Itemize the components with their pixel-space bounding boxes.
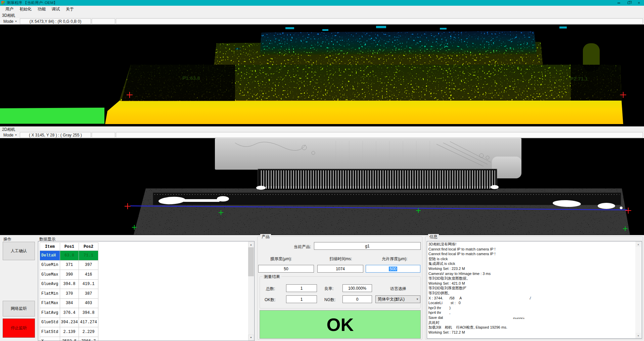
language-combobox[interactable]: 简体中文(默认) ▼ xyxy=(375,295,420,303)
title-bar: 测厚程序 【当前用户: OEM】 × xyxy=(0,0,644,6)
chevron-down-icon: ▼ xyxy=(416,298,419,301)
cell-pos1: 63.8 xyxy=(60,251,79,261)
network-listen-button[interactable]: 网络监听 xyxy=(3,301,35,317)
2d-pins xyxy=(260,170,495,188)
camera2d-mode-button[interactable]: Mode ▼ xyxy=(1,132,19,138)
total-label: 总数: xyxy=(266,286,275,292)
log-line: Working Set : 223.2 M xyxy=(428,266,635,271)
product-groupbox: 产品 当前产品: g1 膜厚度(μm): 扫描时间ms: 允许厚度(μm): 5… xyxy=(257,236,422,340)
cell-item: GlueMax xyxy=(40,270,60,280)
menu-item[interactable]: 初始化 xyxy=(16,6,35,13)
total-field[interactable]: 1 xyxy=(286,284,317,292)
table-row[interactable]: FlatStd 2.139 2.229 xyxy=(40,327,98,337)
camera3d-mode-button[interactable]: Mode ▼ xyxy=(1,18,19,24)
stop-listen-button[interactable]: 停止监听 xyxy=(3,319,35,338)
log-line: Working Set : 712.2 M xyxy=(428,330,635,335)
camera2d-view[interactable] xyxy=(0,138,644,235)
scroll-down-icon[interactable]: ▼ xyxy=(636,333,641,338)
camera2d-toolbar: Mode ▼ ( X 3145, Y 28 ) : ( Gray 255 ) xyxy=(0,131,644,138)
data-table: Item Pos1 Pos2 DeltaH 63.8 71.1 GlueMin … xyxy=(40,242,98,341)
table-row[interactable]: GlueAvg 394.8 419.1 xyxy=(40,279,98,289)
table-row[interactable]: X 2583.5 7966.7 xyxy=(40,337,98,341)
table-row[interactable]: GlueMax 390 416 xyxy=(40,270,98,280)
log-line: 共耗时 xyxy=(428,320,635,325)
ng-count-field[interactable]: 0 xyxy=(342,295,372,303)
results-groupbox: 测量结果 总数: 1 良率: 100.000% 语言选择 OK数: 1 NG数:… xyxy=(260,276,421,308)
menu-item[interactable]: 功能 xyxy=(35,6,49,13)
info-groupbox: 信息 3D相机没有网络!Cannot find local IP to matc… xyxy=(425,236,643,340)
3d-bottom-slab xyxy=(105,100,623,124)
cell-item: X xyxy=(40,337,60,341)
camera3d-status-cell xyxy=(92,18,115,24)
cell-pos1: 371 xyxy=(60,260,79,270)
scan-time-field[interactable]: 1074 xyxy=(317,265,363,273)
scan-time-label: 扫描时间ms: xyxy=(329,256,352,262)
log-scrollbar[interactable]: ▲ ▼ xyxy=(635,241,641,338)
chevron-down-icon: ▼ xyxy=(15,20,17,22)
table-scrollbar[interactable]: ▲ ▼ xyxy=(248,242,254,340)
cell-item: FlatAvg xyxy=(40,308,60,318)
ok-count-field[interactable]: 1 xyxy=(286,295,317,303)
cell-pos1: 376.4 xyxy=(60,308,79,318)
table-row[interactable]: GlueMin 371 397 xyxy=(40,260,98,270)
application-window: 测厚程序 【当前用户: OEM】 × 用户初始化功能调试关于 3D相机 Mode… xyxy=(0,0,644,341)
manual-confirm-button[interactable]: 人工确认 xyxy=(3,242,35,260)
scrollbar-thumb[interactable] xyxy=(248,247,254,276)
scroll-up-icon[interactable]: ▲ xyxy=(248,242,254,247)
table-row[interactable]: DeltaH 63.8 71.1 xyxy=(40,251,98,261)
cell-pos2: 419.1 xyxy=(79,279,98,289)
cell-pos2: 397 xyxy=(79,260,98,270)
menu-item[interactable]: 关于 xyxy=(63,6,77,13)
camera3d-pixel-readout: (X 5473,Y 84) : (R 0,G 0,B 0) xyxy=(20,18,91,24)
current-product-label: 当前产品: xyxy=(294,244,311,250)
cell-pos2: 7966.7 xyxy=(79,337,98,341)
allow-thickness-label: 允许厚度(μm): xyxy=(382,256,407,262)
log-line: 3D相机没有网络! xyxy=(428,242,635,247)
cell-pos1: 394.8 xyxy=(60,279,79,289)
cell-pos2: 403 xyxy=(79,298,98,308)
menu-item[interactable]: 用户 xyxy=(2,6,16,13)
cell-item: FlatStd xyxy=(40,327,60,337)
cell-item: FlatMin xyxy=(40,289,60,299)
camera2d-status-cell xyxy=(116,132,643,138)
menu-item[interactable]: 调试 xyxy=(49,6,63,13)
2d-glint-right xyxy=(491,185,499,189)
scroll-up-icon[interactable]: ▲ xyxy=(636,241,641,247)
log-line: X : 3744. /58 Angle : -0.279, Score : 0.… xyxy=(428,296,635,301)
column-header-pos2: Pos2 xyxy=(79,243,98,251)
table-row[interactable]: FlatMax 384 403 xyxy=(40,298,98,308)
yield-label: 良率: xyxy=(324,286,333,292)
film-thickness-field[interactable]: 50 xyxy=(258,265,314,273)
ok-count-label: OK数: xyxy=(265,297,276,303)
result-status-panel: OK xyxy=(260,310,421,339)
camera3d-status-cell xyxy=(116,18,643,24)
log-area[interactable]: 3D相机没有网络!Cannot find local IP to match c… xyxy=(427,241,642,339)
camera3d-view[interactable]: P1:63.8 P2:71.1 xyxy=(0,24,644,126)
column-header-pos1: Pos1 xyxy=(60,243,79,251)
cell-pos1: 2.139 xyxy=(60,327,79,337)
3d-green-strip xyxy=(0,108,104,124)
cell-pos2: 394.8 xyxy=(79,308,98,318)
cell-pos2: 416 xyxy=(79,270,98,280)
window-title: 测厚程序 【当前用户: OEM】 xyxy=(7,0,57,5)
camera2d-status-cell xyxy=(92,132,115,138)
maximize-button[interactable] xyxy=(624,0,634,6)
log-line: 等到3D取到厚度图数据。 xyxy=(428,286,635,291)
cell-pos2: 71.1 xyxy=(79,251,98,261)
table-row[interactable]: FlatMin 370 387 xyxy=(40,289,98,299)
table-header-row: Item Pos1 Pos2 xyxy=(40,243,98,251)
scroll-down-icon[interactable]: ▼ xyxy=(248,335,254,340)
table-row[interactable]: FlatAvg 376.4 394.8 xyxy=(40,308,98,318)
close-button[interactable]: × xyxy=(634,0,644,6)
table-row[interactable]: GlueStd 394.234 417.274 xyxy=(40,318,98,327)
redaction-blob xyxy=(524,312,584,321)
results-label: 测量结果 xyxy=(263,274,281,280)
column-header-item: Item xyxy=(40,243,60,251)
minimize-button[interactable] xyxy=(614,0,624,6)
cell-pos2: 417.274 xyxy=(79,318,98,327)
maximize-icon xyxy=(628,2,630,4)
yield-field[interactable]: 100.000% xyxy=(342,284,372,292)
allow-thickness-field[interactable]: 500 xyxy=(366,265,420,273)
current-product-field[interactable]: g1 xyxy=(314,242,421,250)
log-line: Cannot find local IP to match camera IP … xyxy=(428,247,635,252)
